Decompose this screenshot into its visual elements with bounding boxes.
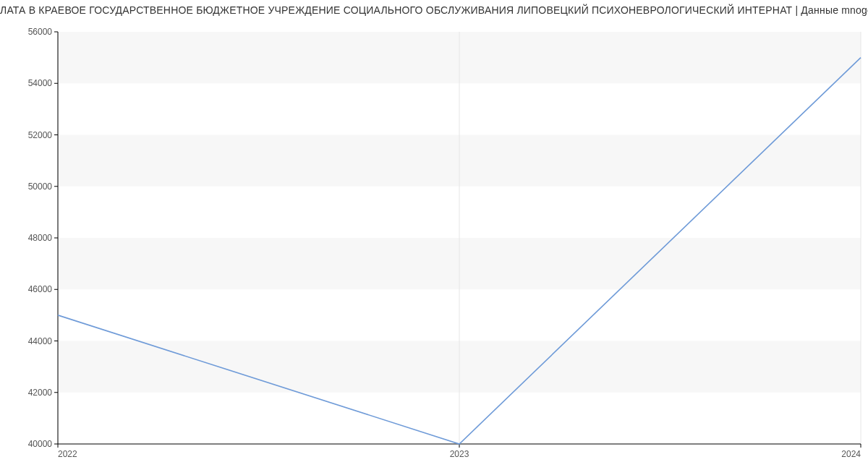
y-tick-label: 48000	[28, 233, 53, 243]
chart-title: ЛАТА В КРАЕВОЕ ГОСУДАРСТВЕННОЕ БЮДЖЕТНОЕ…	[0, 0, 868, 17]
y-tick-label: 52000	[28, 130, 53, 140]
y-tick-label: 44000	[28, 336, 53, 346]
y-tick-label: 46000	[28, 284, 53, 294]
y-tick-label: 54000	[28, 78, 53, 88]
line-chart: 4000042000440004600048000500005200054000…	[0, 17, 868, 467]
x-tick-label: 2023	[450, 449, 469, 459]
x-tick-label: 2024	[841, 449, 861, 459]
y-tick-label: 50000	[28, 181, 53, 192]
x-tick-label: 2022	[58, 449, 77, 459]
y-tick-label: 40000	[28, 439, 53, 449]
chart-container: { "chart_data": { "type": "line", "title…	[0, 0, 868, 470]
y-tick-label: 56000	[28, 27, 53, 37]
y-tick-label: 42000	[28, 388, 53, 398]
